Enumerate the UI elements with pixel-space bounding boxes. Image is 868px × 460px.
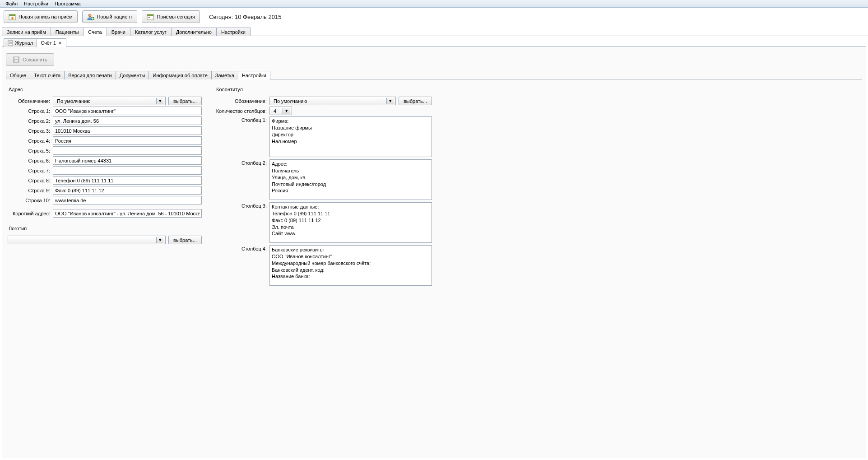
svg-rect-9 — [147, 14, 153, 16]
colontitle-designation-combo[interactable]: По умолчанию ▾ — [269, 97, 396, 105]
tab-service-catalog[interactable]: Каталог услуг — [130, 28, 172, 36]
tab-invoices[interactable]: Счета — [83, 28, 107, 36]
svg-rect-1 — [9, 14, 15, 16]
col2-textarea[interactable] — [269, 159, 432, 200]
save-button[interactable]: Сохранить — [6, 53, 54, 66]
new-appointment-button[interactable]: Новая запись на приём — [4, 10, 78, 23]
new-patient-label: Новый пациент — [97, 14, 133, 19]
row6-label: Строка 6: — [8, 158, 53, 163]
today-appointments-button[interactable]: Приёмы сегодня — [142, 10, 200, 23]
address-designation-combo[interactable]: По умолчанию ▾ — [53, 97, 166, 105]
new-appointment-label: Новая запись на приём — [19, 14, 73, 19]
svg-rect-16 — [14, 57, 18, 59]
close-icon[interactable]: × — [58, 40, 62, 46]
address-row4-input[interactable] — [53, 136, 202, 145]
col4-textarea[interactable] — [269, 245, 432, 286]
logo-choose-button[interactable]: выбрать... — [168, 236, 202, 244]
toolbar: Новая запись на приём Новый пациент Приё… — [0, 8, 868, 26]
menu-settings[interactable]: Настройки — [21, 0, 51, 7]
dtab-settings[interactable]: Настройки — [238, 71, 270, 79]
chevron-down-icon: ▾ — [156, 237, 163, 243]
subtab-journal-label: Журнал — [15, 40, 33, 46]
address-row5-input[interactable] — [53, 146, 202, 155]
row2-label: Строка 2: — [8, 118, 53, 124]
address-row8-input[interactable] — [53, 176, 202, 185]
save-icon — [13, 56, 20, 63]
subtab-journal[interactable]: Журнал — [4, 38, 37, 47]
calendar-plus-icon — [9, 13, 16, 20]
cols-count-label: Количество столбцов: — [215, 108, 269, 114]
subtab-invoice-1-label: Счёт 1 — [41, 40, 56, 46]
save-label: Сохранить — [23, 57, 47, 62]
short-address-input[interactable] — [53, 209, 202, 218]
address-designation-label: Обозначение: — [8, 98, 53, 104]
row4-label: Строка 4: — [8, 138, 53, 144]
row7-label: Строка 7: — [8, 168, 53, 173]
short-address-label: Короткий адрес: — [8, 211, 53, 216]
tab-settings[interactable]: Настройки — [216, 28, 251, 36]
detail-tabs: Общие Текст счёта Версия для печати Доку… — [6, 70, 862, 79]
today-date-label: Сегодня: 10 Февраль 2015 — [209, 14, 282, 20]
address-row9-input[interactable] — [53, 186, 202, 195]
chevron-down-icon: ▾ — [156, 98, 163, 104]
colontitle-designation-label: Обозначение: — [215, 98, 269, 104]
today-appointments-label: Приёмы сегодня — [157, 14, 195, 19]
tab-patients[interactable]: Пациенты — [51, 28, 84, 36]
dtab-invoice-text[interactable]: Текст счёта — [30, 71, 65, 79]
row8-label: Строка 8: — [8, 178, 53, 183]
content-panel: Сохранить Общие Текст счёта Версия для п… — [2, 47, 866, 458]
col3-label: Столбец 3: — [215, 202, 269, 209]
address-row6-input[interactable] — [53, 156, 202, 165]
journal-icon — [8, 40, 13, 46]
chevron-down-icon: ▾ — [283, 108, 290, 114]
menubar: Файл Настройки Программа — [0, 0, 868, 8]
row5-label: Строка 5: — [8, 148, 53, 153]
menu-program[interactable]: Программа — [52, 0, 84, 7]
tab-additional[interactable]: Дополнительно — [171, 28, 217, 36]
tab-doctors[interactable]: Врачи — [107, 28, 130, 36]
dtab-general[interactable]: Общие — [6, 71, 30, 79]
tab-appointments[interactable]: Записи на приём — [2, 28, 51, 36]
address-row2-input[interactable] — [53, 116, 202, 125]
dtab-print-version[interactable]: Версия для печати — [64, 71, 116, 79]
address-row1-input[interactable] — [53, 107, 202, 115]
svg-rect-10 — [149, 17, 150, 18]
colontitle-group-title: Колонтитул — [216, 87, 432, 92]
main-tabs: Записи на приём Пациенты Счета Врачи Кат… — [0, 27, 868, 36]
svg-rect-17 — [15, 60, 18, 62]
svg-point-4 — [88, 14, 91, 17]
row10-label: Строка 10: — [8, 198, 53, 203]
row1-label: Строка 1: — [8, 108, 53, 114]
address-row3-input[interactable] — [53, 126, 202, 135]
menu-file[interactable]: Файл — [3, 0, 20, 7]
row3-label: Строка 3: — [8, 128, 53, 134]
dtab-documents[interactable]: Документы — [116, 71, 149, 79]
user-plus-icon — [87, 13, 94, 20]
col1-label: Столбец 1: — [215, 116, 269, 123]
logo-group-title: Логотип — [9, 226, 202, 231]
colontitle-designation-value: По умолчанию — [272, 98, 309, 104]
address-choose-button[interactable]: выбрать... — [168, 97, 202, 105]
col4-label: Столбец 4: — [215, 245, 269, 251]
colontitle-choose-button[interactable]: выбрать... — [399, 97, 432, 105]
row9-label: Строка 9: — [8, 188, 53, 193]
calendar-today-icon — [147, 13, 154, 20]
col3-textarea[interactable] — [269, 202, 432, 243]
col2-label: Столбец 2: — [215, 159, 269, 166]
document-tabs: Журнал Счёт 1 × — [2, 38, 866, 47]
subtab-invoice-1[interactable]: Счёт 1 × — [37, 38, 66, 47]
address-designation-value: По умолчанию — [55, 98, 92, 104]
col1-textarea[interactable] — [269, 116, 432, 157]
address-row7-input[interactable] — [53, 166, 202, 175]
cols-count-combo[interactable]: 4 ▾ — [269, 107, 292, 115]
new-patient-button[interactable]: Новый пациент — [82, 10, 138, 23]
address-row10-input[interactable] — [53, 196, 202, 204]
cols-count-value: 4 — [272, 108, 283, 114]
dtab-payment-info[interactable]: Информация об оплате — [149, 71, 211, 79]
logo-combo[interactable]: ▾ — [8, 236, 166, 244]
address-group-title: Адрес — [9, 87, 202, 92]
chevron-down-icon: ▾ — [386, 98, 394, 104]
dtab-note[interactable]: Заметка — [211, 71, 238, 79]
